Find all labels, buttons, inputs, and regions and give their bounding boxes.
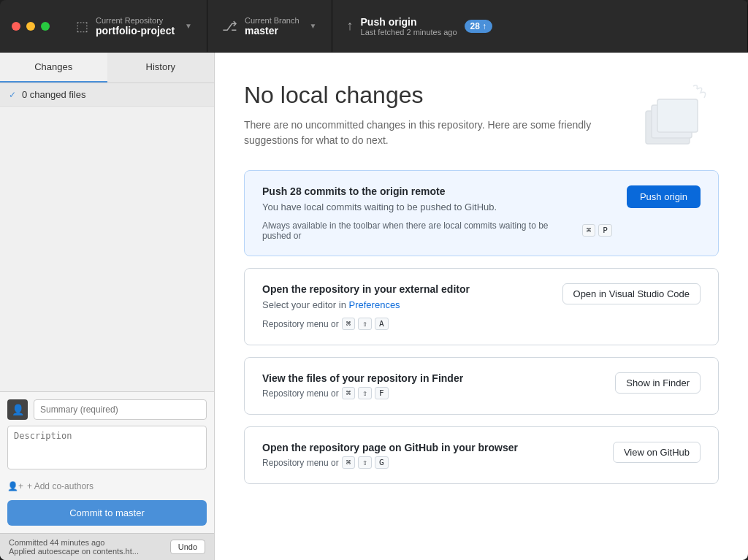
repo-name: portfolio-project [96,25,175,37]
finder-kbd-f: F [375,387,389,399]
github-kbd-cmd: ⌘ [342,456,356,469]
push-origin-button[interactable]: Push origin [627,185,701,208]
sidebar: Changes History ✓ 0 changed files 👤 👤+ +… [0,53,215,560]
commit-author-row: 👤 [7,399,207,420]
open-editor-card: Open the repository in your external edi… [244,268,719,346]
push-origin-action: Push origin [627,185,701,208]
no-changes-description: There are no uncommitted changes in this… [244,118,595,148]
open-vscode-button[interactable]: Open in Visual Studio Code [562,283,701,304]
footer-text: Committed 44 minutes ago [9,538,139,547]
svg-rect-2 [657,99,698,132]
push-origin-card-title: Push 28 commits to the origin remote [262,185,612,197]
content-inner: No local changes There are no uncommitte… [244,82,719,484]
view-github-card-hint: Repository menu or ⌘ ⇧ G [262,456,598,469]
view-github-card-body: Open the repository page on GitHub in yo… [262,442,598,469]
branch-label-group: Current Branch master [245,16,299,37]
show-finder-card-body: View the files of your repository in Fin… [262,372,600,399]
finder-kbd-cmd: ⌘ [342,387,356,399]
summary-input[interactable] [34,399,207,420]
github-kbd-g: G [375,456,389,469]
view-on-github-button[interactable]: View on GitHub [613,442,701,463]
push-origin-card-desc: You have local commits waiting to be pus… [262,200,612,215]
show-finder-card-title: View the files of your repository in Fin… [262,372,600,384]
preferences-link[interactable]: Preferences [349,299,400,310]
open-editor-card-desc: Select your editor in Preferences [262,298,548,312]
branch-chevron-icon: ▼ [310,22,317,30]
push-count: 28 [470,21,480,31]
add-coauthor-button[interactable]: 👤+ + Add co-authors [7,478,207,494]
open-editor-card-hint: Repository menu or ⌘ ⇧ A [262,318,548,330]
editor-kbd-a: A [375,318,389,330]
branch-label: Current Branch [245,16,299,25]
branch-name: master [245,25,299,37]
commit-area: 👤 👤+ + Add co-authors Commit to master [0,391,214,533]
changed-files-count: 0 changed files [22,89,85,100]
add-coauthor-label: + Add co-authors [27,481,94,491]
content-area: No local changes There are no uncommitte… [215,53,748,560]
show-finder-action: Show in Finder [615,372,701,394]
repo-label-group: Current Repository portfolio-project [96,16,175,37]
push-origin-card: Push 28 commits to the origin remote You… [244,170,719,256]
minimize-button[interactable] [26,22,35,31]
push-icon: ↑ [347,18,354,34]
repository-icon: ⬚ [76,18,88,34]
tab-changes[interactable]: Changes [0,53,107,83]
finder-kbd-shift: ⇧ [358,387,372,399]
push-sublabel: Last fetched 2 minutes ago [361,28,457,37]
push-origin-card-body: Push 28 commits to the origin remote You… [262,185,612,241]
open-editor-card-body: Open the repository in your external edi… [262,283,548,331]
view-github-action: View on GitHub [613,442,701,463]
push-arrow-icon: ↑ [482,21,486,31]
commit-footer: Committed 44 minutes ago Applied autoesc… [0,533,214,560]
editor-kbd-shift: ⇧ [358,318,372,330]
push-label-group: Push origin Last fetched 2 minutes ago [361,16,457,37]
branch-icon: ⎇ [222,18,237,34]
maximize-button[interactable] [41,22,50,31]
titlebar: ⬚ Current Repository portfolio-project ▼… [0,0,748,53]
add-coauthor-icon: 👤+ [7,481,23,491]
editor-kbd-cmd: ⌘ [342,318,356,330]
checkmark-icon: ✓ [9,90,16,100]
sidebar-spacer [0,107,214,391]
push-origin-section[interactable]: ↑ Push origin Last fetched 2 minutes ago… [332,0,748,52]
open-editor-card-title: Open the repository in your external edi… [262,283,548,295]
commit-button[interactable]: Commit to master [7,500,207,526]
push-origin-card-hint: Always available in the toolbar when the… [262,220,612,241]
close-button[interactable] [12,22,20,31]
push-label: Push origin [361,16,457,28]
changed-files-row: ✓ 0 changed files [0,83,214,107]
repo-chevron-icon: ▼ [185,22,192,30]
current-branch-section[interactable]: ⎇ Current Branch master ▼ [207,0,332,52]
open-editor-action: Open in Visual Studio Code [562,283,701,304]
footer-subtext: Applied autoescape on contents.ht... [9,547,139,556]
repo-label: Current Repository [96,16,175,25]
show-in-finder-button[interactable]: Show in Finder [615,372,701,394]
undo-button[interactable]: Undo [170,540,205,554]
push-kbd-cmd: ⌘ [582,224,596,237]
traffic-lights [0,22,61,31]
show-finder-card-hint: Repository menu or ⌘ ⇧ F [262,387,600,399]
sidebar-tabs: Changes History [0,53,214,83]
show-finder-card: View the files of your repository in Fin… [244,357,719,415]
github-kbd-shift: ⇧ [358,456,372,469]
description-textarea[interactable] [7,426,207,469]
current-repository-section[interactable]: ⬚ Current Repository portfolio-project ▼ [61,0,207,52]
view-github-card: Open the repository page on GitHub in yo… [244,426,719,484]
tab-history[interactable]: History [107,53,215,83]
avatar: 👤 [7,399,28,420]
main-layout: Changes History ✓ 0 changed files 👤 👤+ +… [0,53,748,560]
view-github-card-title: Open the repository page on GitHub in yo… [262,442,598,453]
push-kbd-p: P [598,224,612,237]
push-badge: 28 ↑ [465,20,492,33]
illustration [631,82,719,158]
commit-footer-text-group: Committed 44 minutes ago Applied autoesc… [9,538,139,556]
